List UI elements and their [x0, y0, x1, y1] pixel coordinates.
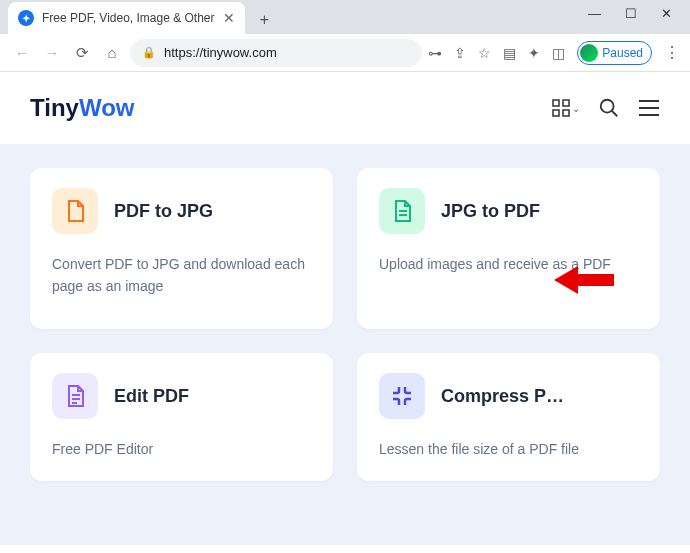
- card-description: Convert PDF to JPG and download each pag…: [52, 254, 311, 297]
- card-description: Free PDF Editor: [52, 439, 311, 461]
- logo-wow: Wow: [79, 94, 135, 121]
- file-icon: [52, 188, 98, 234]
- card-edit-pdf[interactable]: Edit PDF Free PDF Editor: [30, 353, 333, 481]
- svg-marker-14: [554, 266, 614, 294]
- apps-grid-button[interactable]: ⌄: [552, 99, 580, 117]
- card-compress-pdf[interactable]: Compress P… Lessen the file size of a PD…: [357, 353, 660, 481]
- home-button[interactable]: ⌂: [100, 41, 124, 65]
- close-window-button[interactable]: ✕: [661, 6, 672, 21]
- card-title: PDF to JPG: [114, 201, 213, 222]
- site-header: TinyWow ⌄: [0, 72, 690, 144]
- avatar-icon: [580, 44, 598, 62]
- back-button[interactable]: ←: [10, 41, 34, 65]
- tab-title: Free PDF, Video, Image & Other: [42, 11, 215, 25]
- card-title: Edit PDF: [114, 386, 189, 407]
- card-description: Lessen the file size of a PDF file: [379, 439, 638, 461]
- card-title: Compress P…: [441, 386, 564, 407]
- annotation-arrow: [554, 262, 614, 298]
- address-bar[interactable]: 🔒 https://tinywow.com: [130, 39, 422, 67]
- maximize-button[interactable]: ☐: [625, 6, 637, 21]
- profile-button[interactable]: Paused: [577, 41, 652, 65]
- lock-icon: 🔒: [142, 46, 156, 59]
- bookmark-icon[interactable]: ☆: [478, 45, 491, 61]
- svg-line-5: [612, 111, 618, 117]
- svg-rect-2: [553, 110, 559, 116]
- paused-label: Paused: [602, 46, 643, 60]
- browser-toolbar: ← → ⟳ ⌂ 🔒 https://tinywow.com ⊶ ⇪ ☆ ▤ ✦ …: [0, 34, 690, 72]
- svg-rect-0: [553, 100, 559, 106]
- card-jpg-to-pdf[interactable]: JPG to PDF Upload images and receive as …: [357, 168, 660, 329]
- svg-rect-3: [563, 110, 569, 116]
- reload-button[interactable]: ⟳: [70, 41, 94, 65]
- logo-tiny: Tiny: [30, 94, 79, 121]
- card-pdf-to-jpg[interactable]: PDF to JPG Convert PDF to JPG and downlo…: [30, 168, 333, 329]
- edit-document-icon: [52, 373, 98, 419]
- extensions-icon[interactable]: ✦: [528, 45, 540, 61]
- sidepanel-icon[interactable]: ◫: [552, 45, 565, 61]
- document-icon: [379, 188, 425, 234]
- logo[interactable]: TinyWow: [30, 94, 134, 122]
- browser-menu-button[interactable]: ⋮: [664, 43, 680, 62]
- svg-rect-1: [563, 100, 569, 106]
- forward-button[interactable]: →: [40, 41, 64, 65]
- grid-icon: [552, 99, 570, 117]
- page-viewport: TinyWow ⌄ PDF to JPG Convert PDF to JPG …: [0, 72, 690, 545]
- menu-button[interactable]: [638, 99, 660, 117]
- favicon-icon: ✦: [18, 10, 34, 26]
- browser-tab[interactable]: ✦ Free PDF, Video, Image & Other ✕: [8, 2, 245, 34]
- search-button[interactable]: [598, 97, 620, 119]
- close-tab-icon[interactable]: ✕: [223, 10, 235, 26]
- share-icon[interactable]: ⇪: [454, 45, 466, 61]
- compress-icon: [379, 373, 425, 419]
- content-area: PDF to JPG Convert PDF to JPG and downlo…: [0, 144, 690, 545]
- svg-point-4: [601, 100, 614, 113]
- card-title: JPG to PDF: [441, 201, 540, 222]
- key-icon[interactable]: ⊶: [428, 45, 442, 61]
- minimize-button[interactable]: —: [588, 6, 601, 21]
- url-text: https://tinywow.com: [164, 45, 277, 60]
- reading-list-icon[interactable]: ▤: [503, 45, 516, 61]
- new-tab-button[interactable]: +: [251, 6, 279, 34]
- chevron-down-icon: ⌄: [572, 103, 580, 114]
